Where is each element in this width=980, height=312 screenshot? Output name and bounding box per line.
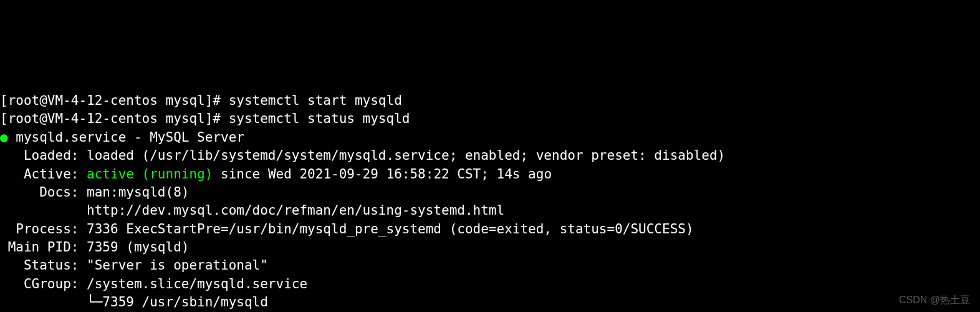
shell-prompt: [root@VM-4-12-centos mysql]# [0,93,229,108]
terminal-output[interactable]: [root@VM-4-12-centos mysql]# systemctl s… [0,92,980,312]
watermark-text: CSDN @热土豆 [899,293,970,307]
shell-prompt: [root@VM-4-12-centos mysql]# [0,111,229,126]
main-pid-line: Main PID: 7359 (mysqld) [0,240,189,255]
command-text: systemctl start mysqld [229,93,402,108]
active-line: Active: active (running) since Wed 2021-… [0,167,552,182]
status-message-line: Status: "Server is operational" [0,258,268,273]
docs-line-1: Docs: man:mysqld(8) [0,185,189,200]
docs-line-2: http://dev.mysql.com/doc/refman/en/using… [0,203,504,218]
loaded-line: Loaded: loaded (/usr/lib/systemd/system/… [0,148,725,163]
active-status: active (running) [87,167,213,182]
prompt-line-1: [root@VM-4-12-centos mysql]# systemctl s… [0,93,402,108]
status-dot-icon: ● [0,130,8,145]
cgroup-child-line: └─7359 /usr/sbin/mysqld [0,295,268,310]
cgroup-line: CGroup: /system.slice/mysqld.service [0,276,307,291]
process-line: Process: 7336 ExecStartPre=/usr/bin/mysq… [0,222,694,236]
command-text: systemctl status mysqld [229,111,410,126]
prompt-line-2: [root@VM-4-12-centos mysql]# systemctl s… [0,111,410,126]
service-header: mysqld.service - MySQL Server [8,130,244,145]
active-label: Active: [0,167,87,182]
active-since: since Wed 2021-09-29 16:58:22 CST; 14s a… [213,167,552,182]
